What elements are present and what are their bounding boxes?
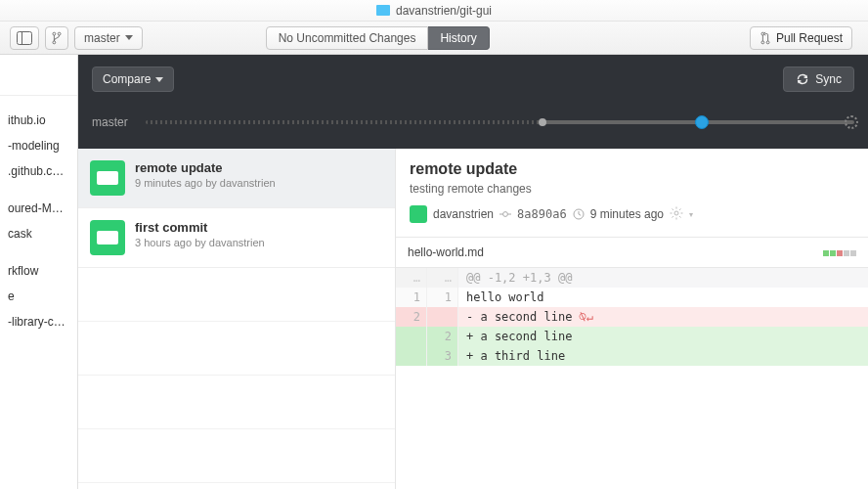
history-header: Compare Sync master: [78, 55, 868, 149]
toolbar: master No Uncommitted Changes History Pu…: [0, 22, 868, 55]
sidebar-item: [0, 184, 77, 196]
commit-title: remote update: [410, 160, 854, 178]
sidebar-item[interactable]: oured-M…: [0, 196, 77, 221]
diff-line: @@ -1,2 +1,3 @@: [396, 268, 868, 288]
commit-detail: remote update testing remote changes dav…: [396, 149, 868, 489]
svg-rect-0: [18, 31, 32, 44]
chevron-down-icon: [155, 77, 163, 82]
commit-item-title: remote update: [135, 160, 276, 175]
pull-request-button[interactable]: Pull Request: [750, 26, 852, 50]
diff-line: 11hello world: [396, 288, 868, 307]
sidebar-item[interactable]: .github.c…: [0, 158, 77, 184]
sync-button[interactable]: Sync: [783, 67, 854, 92]
timeline-head-marker: [845, 115, 858, 129]
svg-point-8: [503, 212, 508, 217]
timeline-commit-dot[interactable]: [539, 118, 546, 126]
repo-sidebar: ithub.io-modeling.github.c…oured-M…caskr…: [0, 55, 78, 489]
commit-description: testing remote changes: [410, 182, 854, 196]
svg-point-12: [674, 211, 678, 215]
commit-item[interactable]: remote update9 minutes ago by davanstrie…: [78, 149, 395, 208]
chevron-down-icon: [125, 35, 133, 40]
branch-name: master: [84, 31, 120, 45]
avatar: [90, 220, 125, 255]
gear-icon[interactable]: [670, 206, 683, 223]
svg-line-19: [673, 216, 673, 217]
svg-point-6: [761, 40, 764, 43]
view-segmented-control: No Uncommitted Changes History: [266, 26, 490, 50]
avatar: [90, 160, 125, 196]
list-item: [78, 376, 395, 429]
list-item: [78, 322, 395, 376]
tab-changes[interactable]: No Uncommitted Changes: [266, 26, 429, 50]
svg-line-17: [673, 208, 673, 209]
window-titlebar: davanstrien/git-gui: [0, 0, 868, 22]
timeline-branch-label: master: [92, 115, 128, 129]
diff-stat-dots: [822, 245, 856, 259]
branch-icon-button[interactable]: [45, 26, 68, 50]
diff-view: @@ -1,2 +1,3 @@11hello world2- a second …: [396, 268, 868, 366]
commit-list: remote update9 minutes ago by davanstrie…: [78, 149, 396, 489]
pull-request-label: Pull Request: [776, 31, 843, 45]
panel-icon: [17, 31, 32, 45]
compare-label: Compare: [103, 72, 151, 86]
list-item: [78, 429, 395, 483]
sidebar-item[interactable]: rkflow: [0, 258, 77, 284]
folder-icon: [376, 5, 390, 16]
sync-icon: [796, 72, 809, 86]
sidebar-item[interactable]: e: [0, 284, 77, 309]
svg-line-20: [679, 208, 680, 209]
commit-item-meta: 9 minutes ago by davanstrien: [135, 177, 276, 189]
svg-point-4: [53, 40, 56, 43]
clock-icon: [573, 208, 585, 220]
sidebar-item[interactable]: -modeling: [0, 133, 77, 158]
git-commit-icon: [499, 208, 511, 220]
branch-selector[interactable]: master: [74, 26, 143, 50]
compare-button[interactable]: Compare: [92, 67, 174, 92]
diff-line: 2- a second line ⍉↵: [396, 307, 868, 327]
diff-line: 2+ a second line: [396, 327, 868, 346]
git-branch-icon: [52, 31, 62, 45]
commit-author: davanstrien: [433, 207, 494, 221]
commit-timeline[interactable]: master: [92, 115, 854, 141]
commit-time: 9 minutes ago: [590, 207, 664, 221]
svg-point-3: [58, 32, 61, 35]
sidebar-item: [0, 246, 77, 258]
timeline-track: [146, 120, 854, 124]
repo-path: davanstrien/git-gui: [396, 4, 492, 18]
avatar: [410, 205, 427, 223]
sidebar-toggle-button[interactable]: [10, 26, 39, 50]
sidebar-item[interactable]: cask: [0, 221, 77, 246]
list-item: [78, 268, 395, 322]
diff-file-header[interactable]: hello-world.md: [396, 237, 868, 268]
commit-sha: 8a890a6: [517, 207, 567, 221]
diff-filename: hello-world.md: [408, 245, 484, 259]
svg-line-18: [679, 216, 680, 217]
svg-point-7: [766, 40, 769, 43]
timeline-commit-dot[interactable]: [695, 115, 709, 129]
commit-item-title: first commit: [135, 220, 265, 235]
git-pull-request-icon: [760, 31, 771, 45]
sidebar-item[interactable]: -library-c…: [0, 309, 77, 334]
diff-line: 3+ a third line: [396, 346, 868, 366]
svg-point-2: [53, 32, 56, 35]
sidebar-item[interactable]: ithub.io: [0, 108, 77, 133]
commit-item-meta: 3 hours ago by davanstrien: [135, 237, 265, 248]
tab-history[interactable]: History: [428, 26, 489, 50]
sync-label: Sync: [815, 72, 842, 86]
commit-item[interactable]: first commit3 hours ago by davanstrien: [78, 208, 395, 268]
sidebar-item: [0, 96, 77, 108]
